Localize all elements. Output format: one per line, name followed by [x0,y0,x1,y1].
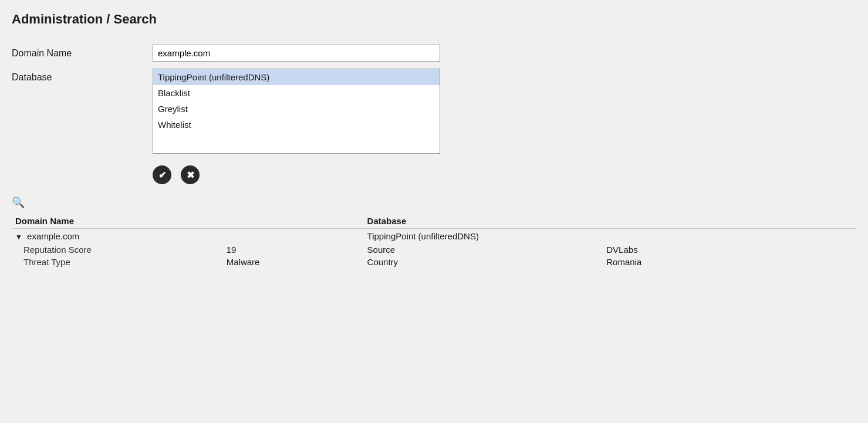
col-header-country [744,214,856,229]
list-item[interactable]: TippingPoint (unfilteredDNS) [153,69,440,85]
country-label: Country [367,257,398,267]
page-title: Administration / Search [12,6,856,27]
list-item[interactable]: Whitelist [153,117,440,133]
table-header-row: Domain Name Database [12,214,856,229]
score-cell [223,229,364,244]
expand-arrow-icon[interactable]: ▼ [15,233,22,241]
country-label-cell: Country [364,256,603,268]
domain-input-area [153,45,446,62]
threat-type-value: Malware [223,256,364,268]
search-icon: 🔍 [12,196,25,209]
search-form: Domain Name Database TippingPoint (unfil… [12,45,856,154]
country-header-cell [744,229,856,244]
domain-name-label: Domain Name [12,45,153,59]
database-value-cell: TippingPoint (unfilteredDNS) [364,229,603,244]
country-value-cell: Romania [603,256,744,268]
domain-value: example.com [27,231,79,241]
list-item[interactable]: Greylist [153,101,440,117]
action-buttons: ✔ ✖ [153,165,856,184]
col-header-score [223,214,364,229]
confirm-button[interactable]: ✔ [153,165,171,184]
domain-name-input[interactable] [153,45,440,62]
reputation-score-row: Reputation Score 19 Source DVLabs [12,243,856,256]
source-label: Source [367,245,396,255]
cancel-button[interactable]: ✖ [181,165,200,184]
threat-type-label: Threat Type [12,256,223,268]
domain-cell: ▼ example.com [12,229,223,244]
threat-type-row: Threat Type Malware Country Romania [12,256,856,268]
col-header-database: Database [364,214,603,229]
results-section: 🔍 Domain Name Database ▼ example.com Tip… [12,196,856,268]
empty-cell [744,243,856,256]
source-value-cell: DVLabs [603,243,744,256]
col-header-source [603,214,744,229]
empty-cell2 [744,256,856,268]
search-icon-row: 🔍 [12,196,856,209]
results-table: Domain Name Database ▼ example.com Tippi… [12,214,856,268]
list-item[interactable]: Blacklist [153,85,440,101]
domain-name-row: Domain Name [12,45,856,62]
source-header-cell [603,229,744,244]
reputation-score-value: 19 [223,243,364,256]
database-listbox-area: TippingPoint (unfilteredDNS) Blacklist G… [153,69,446,154]
database-row: Database TippingPoint (unfilteredDNS) Bl… [12,69,856,154]
database-label: Database [12,69,153,83]
database-listbox[interactable]: TippingPoint (unfilteredDNS) Blacklist G… [153,69,440,154]
source-label-cell: Source [364,243,603,256]
reputation-score-label: Reputation Score [12,243,223,256]
col-header-domain-name: Domain Name [12,214,223,229]
table-row: ▼ example.com TippingPoint (unfilteredDN… [12,229,856,244]
